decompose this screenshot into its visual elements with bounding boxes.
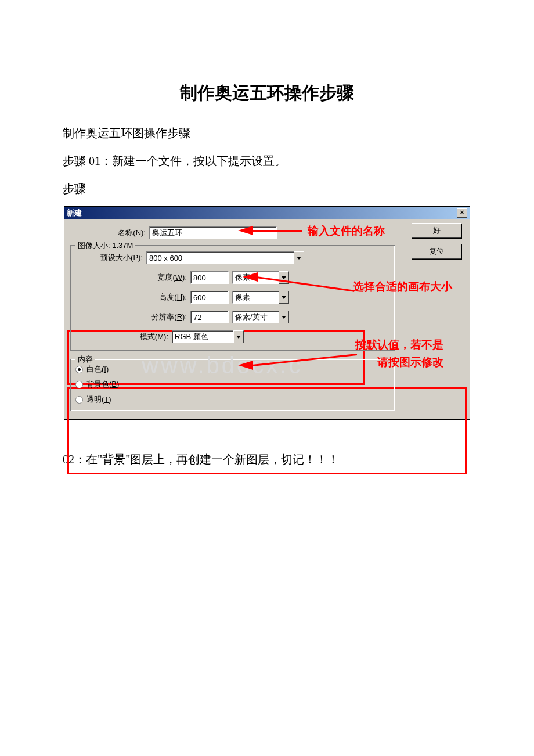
resolution-input[interactable] — [190, 311, 229, 323]
width-unit-dropdown-button[interactable] — [279, 271, 289, 284]
radio-bgcolor[interactable] — [75, 381, 83, 388]
preset-input[interactable] — [146, 251, 294, 264]
height-label: 高度(H): — [75, 292, 187, 303]
width-unit-combo[interactable] — [232, 271, 289, 284]
doc-para-3: 步骤 — [63, 178, 499, 199]
resolution-unit-dropdown-button[interactable] — [279, 311, 289, 323]
radio-bgcolor-label: 背景色(B) — [86, 379, 119, 390]
dialog-screenshot: 新建 × 好 复位 名称(N): 图像大小: 1.37M — [64, 206, 470, 420]
radio-transparent[interactable] — [75, 396, 83, 404]
name-input[interactable] — [149, 226, 277, 239]
width-unit-input[interactable] — [232, 271, 279, 284]
mode-combo[interactable] — [172, 330, 244, 343]
resolution-label: 分辨率(R): — [75, 312, 187, 322]
content-legend: 内容 — [75, 354, 95, 365]
name-label: 名称(N): — [70, 228, 146, 238]
resolution-unit-combo[interactable] — [232, 311, 289, 323]
doc-title: 制作奥运五环操作步骤 — [35, 81, 499, 105]
radio-bgcolor-row[interactable]: 背景色(B) — [75, 377, 390, 392]
doc-para-4: 02：在"背景"图层上，再创建一个新图层，切记！！！ — [63, 449, 499, 470]
chevron-down-icon — [236, 336, 241, 339]
height-unit-dropdown-button[interactable] — [279, 291, 289, 304]
height-input[interactable] — [190, 291, 229, 304]
chevron-down-icon — [282, 296, 286, 299]
close-button[interactable]: × — [457, 208, 467, 218]
reset-button[interactable]: 复位 — [412, 244, 461, 259]
radio-transparent-row[interactable]: 透明(T) — [75, 392, 390, 407]
chevron-down-icon — [282, 276, 286, 279]
mode-input[interactable] — [172, 330, 233, 343]
chevron-down-icon — [297, 257, 301, 260]
height-unit-combo[interactable] — [232, 291, 289, 304]
radio-white[interactable] — [75, 366, 83, 373]
radio-white-row[interactable]: 白色(I) — [75, 362, 390, 377]
dialog-titlebar: 新建 × — [64, 207, 470, 219]
width-label: 宽度(W): — [75, 272, 187, 283]
radio-white-label: 白色(I) — [86, 364, 109, 375]
dialog-title: 新建 — [67, 208, 82, 218]
preset-dropdown-button[interactable] — [294, 251, 304, 264]
height-unit-input[interactable] — [232, 291, 279, 304]
chevron-down-icon — [282, 316, 286, 319]
resolution-unit-input[interactable] — [232, 311, 279, 323]
doc-para-1: 制作奥运五环图操作步骤 — [63, 123, 499, 143]
width-input[interactable] — [190, 271, 229, 284]
doc-para-2: 步骤 01：新建一个文件，按以下提示设置。 — [63, 150, 499, 171]
radio-transparent-label: 透明(T) — [86, 394, 111, 405]
mode-dropdown-button[interactable] — [233, 330, 244, 343]
ok-button[interactable]: 好 — [412, 223, 461, 238]
preset-label: 预设大小(P): — [75, 253, 143, 263]
mode-label: 模式(M): — [75, 332, 168, 342]
preset-combo[interactable] — [146, 251, 304, 264]
image-size-legend: 图像大小: 1.37M — [75, 240, 135, 251]
